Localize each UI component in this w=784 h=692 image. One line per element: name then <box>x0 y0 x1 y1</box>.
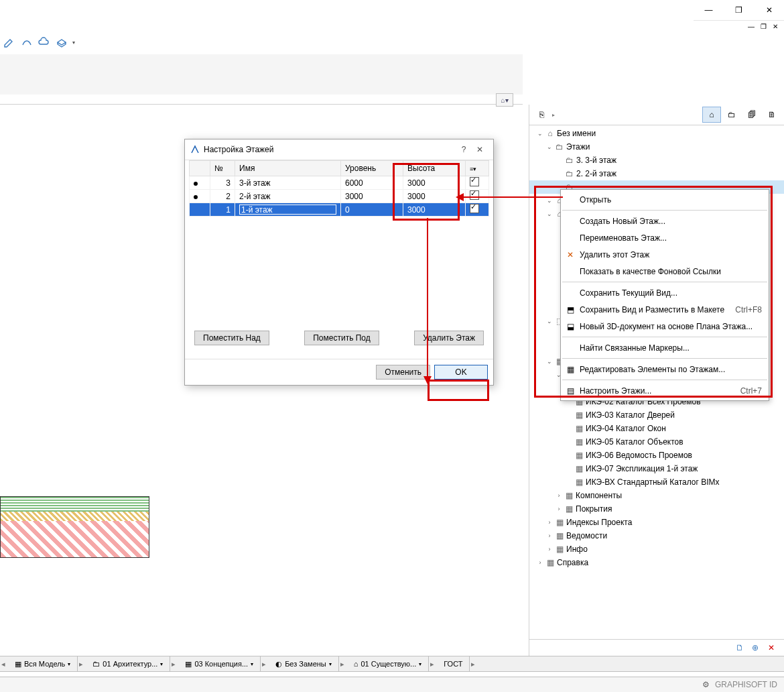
close-button[interactable]: ✕ <box>472 145 488 154</box>
tab-reno[interactable]: ⌂01 Существую...▾ <box>347 656 430 671</box>
stories-group[interactable]: ⌄🗀Этажи <box>529 140 784 154</box>
project-root[interactable]: ⌄⌂Без имени <box>529 127 784 140</box>
catalog-item[interactable]: ▦ИКЭ-05 Каталог Объектов <box>529 435 784 449</box>
publisher-icon[interactable]: 🗎 <box>763 107 781 123</box>
edit-icon[interactable] <box>3 36 16 49</box>
wall-section-drawing <box>0 496 149 558</box>
sub-window-controls: — ❐ ✕ <box>746 21 781 31</box>
object-icon[interactable] <box>55 36 68 49</box>
help-group[interactable]: ›▦Справка <box>529 556 784 569</box>
story-item-3[interactable]: 🗀3. 3-й этаж <box>529 154 784 167</box>
insert-below-button[interactable]: Поместить Под <box>304 331 379 345</box>
ruler <box>0 94 523 105</box>
tab-arch[interactable]: 🗀01 Архитектур...▾ <box>86 656 170 671</box>
delete-icon[interactable]: ✕ <box>768 643 779 654</box>
app-icon <box>190 145 200 154</box>
new-item-icon[interactable]: 🗋 <box>736 643 746 654</box>
callout-height-column <box>393 163 460 221</box>
cancel-button[interactable]: Отменить <box>376 365 430 380</box>
callout-story-settings-menu <box>534 186 773 398</box>
dropdown-icon[interactable]: ▾ <box>72 40 75 46</box>
layout-book-icon[interactable]: 🗐 <box>742 107 761 123</box>
surfaces-group[interactable]: ›▦Покрытия <box>529 502 784 516</box>
indexes-group[interactable]: ›▦Индексы Проекта <box>529 516 784 529</box>
project-map-icon[interactable]: ⌂ <box>702 107 721 123</box>
ok-button[interactable]: OK <box>434 365 488 380</box>
dialog-title: Настройка Этажей <box>204 145 273 154</box>
tab-standard[interactable]: ГОСТ <box>437 656 470 671</box>
insert-above-button[interactable]: Поместить Над <box>194 331 269 345</box>
help-button[interactable]: ? <box>456 145 472 154</box>
settings-icon[interactable]: ⚙ <box>702 680 710 689</box>
graphisoft-id-label[interactable]: GRAPHISOFT ID <box>715 680 777 689</box>
checkbox[interactable] <box>470 190 479 200</box>
status-bar: ⚙ GRAPHISOFT ID <box>0 677 784 692</box>
bullet-icon <box>194 182 198 186</box>
navigator-menu-icon[interactable]: ⎘ <box>532 107 551 123</box>
dialog-titlebar: Настройка Этажей ? ✕ <box>185 139 493 160</box>
view-map-icon[interactable]: 🗀 <box>722 107 741 123</box>
catalog-item[interactable]: ▦ИКЭ-ВХ Стандартный Каталог BIMx <box>529 475 784 489</box>
catalog-item[interactable]: ▦ИКЭ-04 Каталог Окон <box>529 422 784 435</box>
new-folder-icon[interactable]: ⊕ <box>752 643 763 654</box>
sub-close-icon[interactable]: ✕ <box>770 21 781 31</box>
navigator-header: ⎘ ▸ ⌂ 🗀 🗐 🗎 <box>529 105 784 125</box>
minimize-button[interactable]: — <box>694 0 724 20</box>
bottom-tab-strip: ◂ ▦Вся Модель▾ ▸ 🗀01 Архитектур...▾ ▸ ▦0… <box>0 656 784 672</box>
tab-concept[interactable]: ▦03 Концепция...▾ <box>178 656 261 671</box>
maximize-button[interactable]: ❐ <box>724 0 754 20</box>
story-name-input[interactable] <box>239 205 336 215</box>
tab-override[interactable]: ◐Без Замены▾ <box>269 656 339 671</box>
scroll-left-icon[interactable]: ◂ <box>0 660 8 669</box>
close-button[interactable]: ✕ <box>754 0 784 20</box>
chevron-right-icon: ▸ <box>552 112 555 118</box>
window-controls: — ❐ ✕ <box>694 0 784 21</box>
quick-toolbar: ▾ <box>0 34 75 51</box>
catalog-item[interactable]: ▦ИКЭ-03 Каталог Дверей <box>529 408 784 422</box>
story-item-2[interactable]: 🗀2. 2-й этаж <box>529 167 784 180</box>
info-group[interactable]: ›▦Инфо <box>529 542 784 556</box>
sub-minimize-icon[interactable]: — <box>746 21 757 31</box>
catalog-item[interactable]: ▦ИКЭ-06 Ведомость Проемов <box>529 449 784 462</box>
lists-group[interactable]: ›▦Ведомости <box>529 529 784 542</box>
view-tabs: ⌂▾ <box>496 93 513 107</box>
delete-story-button[interactable]: Удалить Этаж <box>414 331 484 345</box>
callout-ok-button <box>428 380 489 401</box>
view-tab-icon[interactable]: ⌂▾ <box>496 93 513 107</box>
morph-icon[interactable] <box>20 36 34 49</box>
navigator-footer: 🗋 ⊕ ✕ <box>529 639 784 657</box>
checkbox[interactable] <box>470 204 479 213</box>
tab-model[interactable]: ▦Вся Модель▾ <box>8 656 78 671</box>
scroll-right-icon[interactable]: ▸ <box>470 660 478 669</box>
components-group[interactable]: ›▦Компоненты <box>529 489 784 502</box>
checkbox[interactable] <box>470 177 479 186</box>
sub-restore-icon[interactable]: ❐ <box>758 21 769 31</box>
catalog-item[interactable]: ▦ИКЭ-07 Экспликация 1-й этаж <box>529 462 784 475</box>
bullet-icon <box>194 195 198 199</box>
cloud-icon[interactable] <box>38 36 51 49</box>
